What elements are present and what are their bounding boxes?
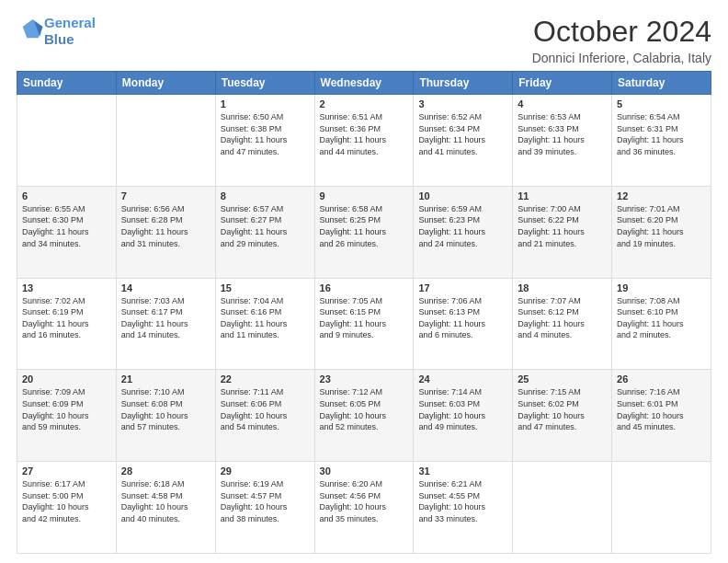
calendar-cell: 2Sunrise: 6:51 AM Sunset: 6:36 PM Daylig… — [314, 95, 414, 187]
calendar-cell: 26Sunrise: 7:16 AM Sunset: 6:01 PM Dayli… — [612, 370, 711, 462]
calendar-cell: 12Sunrise: 7:01 AM Sunset: 6:20 PM Dayli… — [612, 186, 711, 278]
day-of-week-header: Wednesday — [314, 72, 414, 95]
calendar-week-row: 20Sunrise: 7:09 AM Sunset: 6:09 PM Dayli… — [17, 370, 711, 462]
day-info: Sunrise: 6:56 AM Sunset: 6:28 PM Dayligh… — [121, 203, 210, 249]
calendar-cell: 11Sunrise: 7:00 AM Sunset: 6:22 PM Dayli… — [513, 186, 612, 278]
calendar-cell — [116, 95, 215, 187]
day-number: 1 — [221, 98, 310, 109]
day-number: 3 — [418, 98, 507, 109]
calendar-cell: 18Sunrise: 7:07 AM Sunset: 6:12 PM Dayli… — [513, 278, 612, 370]
day-info: Sunrise: 7:04 AM Sunset: 6:16 PM Dayligh… — [221, 295, 310, 341]
day-info: Sunrise: 7:16 AM Sunset: 6:01 PM Dayligh… — [617, 386, 706, 432]
day-number: 31 — [418, 465, 507, 477]
day-number: 9 — [320, 190, 409, 201]
calendar-cell: 7Sunrise: 6:56 AM Sunset: 6:28 PM Daylig… — [116, 186, 215, 278]
calendar-cell: 16Sunrise: 7:05 AM Sunset: 6:15 PM Dayli… — [314, 278, 414, 370]
day-of-week-header: Thursday — [414, 72, 513, 95]
day-number: 27 — [22, 465, 111, 477]
logo-icon — [18, 17, 44, 42]
day-number: 4 — [518, 98, 607, 109]
day-number: 22 — [221, 373, 310, 385]
calendar-cell: 28Sunrise: 6:18 AM Sunset: 4:58 PM Dayli… — [116, 462, 215, 554]
calendar-header-row: SundayMondayTuesdayWednesdayThursdayFrid… — [17, 72, 711, 95]
day-number: 11 — [518, 190, 607, 201]
day-number: 25 — [518, 373, 607, 385]
day-number: 15 — [221, 282, 310, 293]
day-info: Sunrise: 6:55 AM Sunset: 6:30 PM Dayligh… — [22, 203, 111, 249]
day-of-week-header: Tuesday — [215, 72, 314, 95]
day-number: 12 — [617, 190, 706, 201]
calendar-cell: 24Sunrise: 7:14 AM Sunset: 6:03 PM Dayli… — [414, 370, 513, 462]
day-info: Sunrise: 7:11 AM Sunset: 6:06 PM Dayligh… — [221, 386, 310, 432]
calendar-cell: 14Sunrise: 7:03 AM Sunset: 6:17 PM Dayli… — [116, 278, 215, 370]
logo: General Blue — [17, 15, 96, 48]
day-info: Sunrise: 7:00 AM Sunset: 6:22 PM Dayligh… — [518, 203, 607, 249]
calendar-cell: 20Sunrise: 7:09 AM Sunset: 6:09 PM Dayli… — [17, 370, 117, 462]
calendar-cell: 3Sunrise: 6:52 AM Sunset: 6:34 PM Daylig… — [414, 95, 513, 187]
calendar-cell: 10Sunrise: 6:59 AM Sunset: 6:23 PM Dayli… — [414, 186, 513, 278]
day-of-week-header: Sunday — [17, 72, 117, 95]
day-number: 16 — [320, 282, 409, 293]
day-info: Sunrise: 6:53 AM Sunset: 6:33 PM Dayligh… — [518, 111, 607, 157]
day-number: 28 — [121, 465, 210, 477]
day-number: 29 — [221, 465, 310, 477]
day-number: 10 — [418, 190, 507, 201]
day-info: Sunrise: 7:12 AM Sunset: 6:05 PM Dayligh… — [320, 386, 409, 432]
day-number: 20 — [22, 373, 111, 385]
logo-line2: Blue — [44, 31, 74, 47]
title-block: October 2024 Donnici Inferiore, Calabria… — [532, 15, 711, 65]
day-number: 6 — [22, 190, 111, 201]
calendar-cell: 9Sunrise: 6:58 AM Sunset: 6:25 PM Daylig… — [314, 186, 414, 278]
calendar-week-row: 6Sunrise: 6:55 AM Sunset: 6:30 PM Daylig… — [17, 186, 711, 278]
calendar-cell: 31Sunrise: 6:21 AM Sunset: 4:55 PM Dayli… — [414, 462, 513, 554]
day-info: Sunrise: 6:17 AM Sunset: 5:00 PM Dayligh… — [22, 478, 111, 524]
day-info: Sunrise: 6:57 AM Sunset: 6:27 PM Dayligh… — [221, 203, 310, 249]
calendar-week-row: 13Sunrise: 7:02 AM Sunset: 6:19 PM Dayli… — [17, 278, 711, 370]
day-number: 24 — [418, 373, 507, 385]
day-number: 14 — [121, 282, 210, 293]
calendar-cell: 13Sunrise: 7:02 AM Sunset: 6:19 PM Dayli… — [17, 278, 117, 370]
day-info: Sunrise: 6:20 AM Sunset: 4:56 PM Dayligh… — [320, 478, 409, 524]
day-number: 26 — [617, 373, 706, 385]
day-number: 17 — [418, 282, 507, 293]
day-info: Sunrise: 6:52 AM Sunset: 6:34 PM Dayligh… — [418, 111, 507, 157]
day-number: 30 — [320, 465, 409, 477]
calendar-cell: 21Sunrise: 7:10 AM Sunset: 6:08 PM Dayli… — [116, 370, 215, 462]
day-info: Sunrise: 6:18 AM Sunset: 4:58 PM Dayligh… — [121, 478, 210, 524]
day-info: Sunrise: 6:59 AM Sunset: 6:23 PM Dayligh… — [418, 203, 507, 249]
main-title: October 2024 — [532, 15, 711, 49]
day-info: Sunrise: 7:14 AM Sunset: 6:03 PM Dayligh… — [418, 386, 507, 432]
calendar-cell: 17Sunrise: 7:06 AM Sunset: 6:13 PM Dayli… — [414, 278, 513, 370]
calendar-week-row: 27Sunrise: 6:17 AM Sunset: 5:00 PM Dayli… — [17, 462, 711, 554]
day-of-week-header: Friday — [513, 72, 612, 95]
day-info: Sunrise: 7:15 AM Sunset: 6:02 PM Dayligh… — [518, 386, 607, 432]
day-info: Sunrise: 6:51 AM Sunset: 6:36 PM Dayligh… — [320, 111, 409, 157]
calendar-table: SundayMondayTuesdayWednesdayThursdayFrid… — [17, 71, 711, 554]
page: General Blue October 2024 Donnici Inferi… — [0, 0, 728, 563]
logo-line1: General — [44, 15, 96, 30]
day-number: 8 — [221, 190, 310, 201]
day-info: Sunrise: 7:09 AM Sunset: 6:09 PM Dayligh… — [22, 386, 111, 432]
calendar-cell: 29Sunrise: 6:19 AM Sunset: 4:57 PM Dayli… — [215, 462, 314, 554]
day-number: 21 — [121, 373, 210, 385]
calendar-cell: 27Sunrise: 6:17 AM Sunset: 5:00 PM Dayli… — [17, 462, 117, 554]
day-number: 18 — [518, 282, 607, 293]
calendar-cell: 1Sunrise: 6:50 AM Sunset: 6:38 PM Daylig… — [215, 95, 314, 187]
calendar-cell: 5Sunrise: 6:54 AM Sunset: 6:31 PM Daylig… — [612, 95, 711, 187]
calendar-cell — [17, 95, 117, 187]
day-of-week-header: Saturday — [612, 72, 711, 95]
calendar-cell: 6Sunrise: 6:55 AM Sunset: 6:30 PM Daylig… — [17, 186, 117, 278]
calendar-cell: 4Sunrise: 6:53 AM Sunset: 6:33 PM Daylig… — [513, 95, 612, 187]
subtitle: Donnici Inferiore, Calabria, Italy — [532, 51, 711, 65]
logo-text: General Blue — [44, 15, 96, 48]
day-number: 7 — [121, 190, 210, 201]
day-info: Sunrise: 6:50 AM Sunset: 6:38 PM Dayligh… — [221, 111, 310, 157]
calendar-cell: 19Sunrise: 7:08 AM Sunset: 6:10 PM Dayli… — [612, 278, 711, 370]
header: General Blue October 2024 Donnici Inferi… — [17, 15, 711, 65]
day-info: Sunrise: 7:10 AM Sunset: 6:08 PM Dayligh… — [121, 386, 210, 432]
calendar-cell — [612, 462, 711, 554]
day-info: Sunrise: 7:06 AM Sunset: 6:13 PM Dayligh… — [418, 295, 507, 341]
day-info: Sunrise: 7:02 AM Sunset: 6:19 PM Dayligh… — [22, 295, 111, 341]
day-info: Sunrise: 6:58 AM Sunset: 6:25 PM Dayligh… — [320, 203, 409, 249]
day-info: Sunrise: 7:03 AM Sunset: 6:17 PM Dayligh… — [121, 295, 210, 341]
